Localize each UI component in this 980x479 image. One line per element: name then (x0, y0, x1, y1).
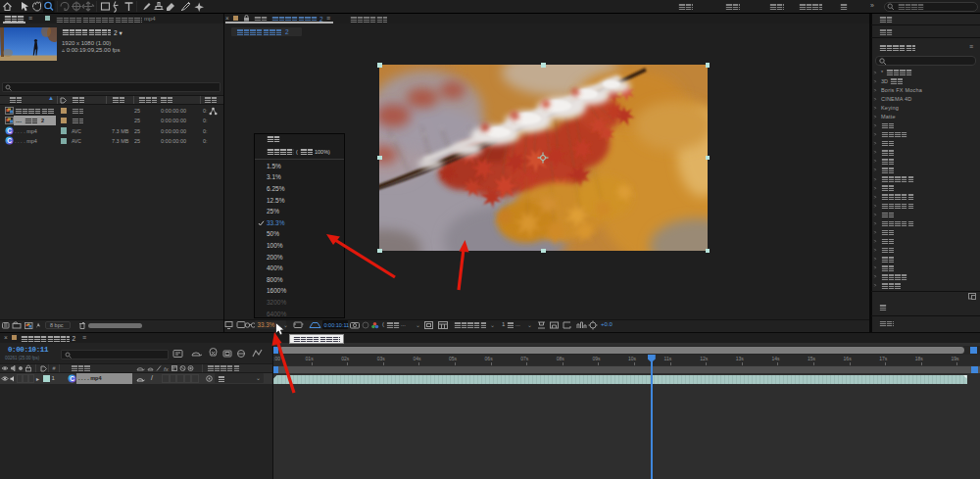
svg-text:fx: fx (164, 366, 170, 372)
svg-text:C: C (7, 137, 12, 144)
svg-text:C: C (7, 127, 12, 134)
svg-text:C: C (70, 374, 74, 381)
